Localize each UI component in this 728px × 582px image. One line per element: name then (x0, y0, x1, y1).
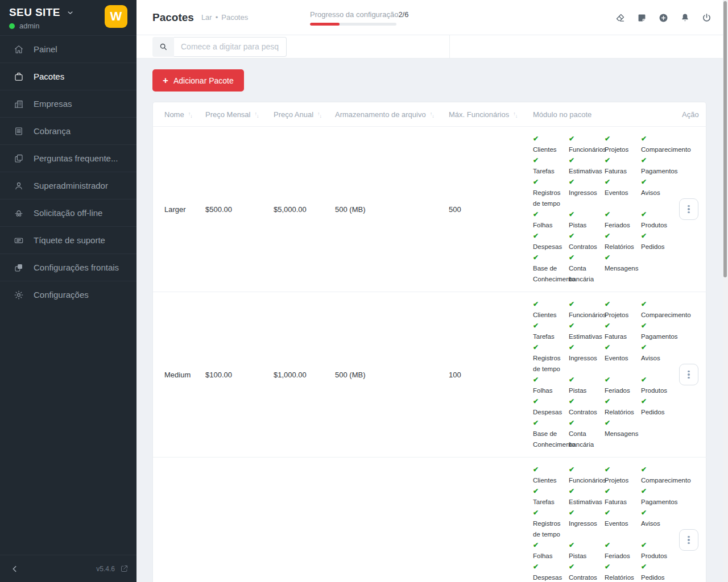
sidebar-item-label: Perguntas frequente... (34, 153, 123, 163)
module-label: Folhas (533, 385, 569, 396)
check-icon: ✔ (533, 396, 569, 407)
check-icon: ✔ (605, 134, 641, 144)
module-item-estimativas: ✔Estimativas (569, 321, 605, 342)
module-item-relatorios: ✔Relatórios (605, 562, 641, 582)
check-icon: ✔ (533, 209, 569, 220)
module-label: Estimativas (569, 166, 605, 177)
online-status-dot (9, 23, 15, 29)
module-label: Produtos (641, 551, 704, 562)
module-label: Produtos (641, 385, 704, 396)
sidebar-item-perguntas-frequente[interactable]: Perguntas frequente... (0, 144, 136, 172)
module-label: Pedidos (641, 242, 704, 252)
check-icon: ✔ (533, 486, 569, 497)
sort-icon[interactable]: ↑↓ (430, 113, 434, 118)
plus-circle-icon[interactable] (658, 13, 669, 23)
chevron-down-icon (66, 9, 75, 17)
module-label: Tarefas (533, 331, 569, 342)
module-item-pedidos: ✔Pedidos (641, 231, 704, 252)
search-toolbar (136, 35, 728, 59)
bell-icon[interactable] (680, 13, 690, 23)
module-label: Despesas (533, 572, 569, 582)
check-icon: ✔ (569, 486, 605, 497)
check-icon: ✔ (605, 418, 641, 429)
module-item-clientes: ✔Clientes (533, 464, 569, 486)
sidebar-item-superadministrador[interactable]: Superadministrador (0, 172, 136, 199)
note-icon[interactable] (636, 13, 647, 23)
app-logo[interactable]: W (105, 5, 127, 28)
module-item-folhas: ✔Folhas (533, 375, 569, 396)
module-label: Eventos (605, 518, 641, 529)
page-scrollbar[interactable] (723, 0, 728, 582)
layers-icon (14, 263, 24, 273)
sort-icon[interactable]: ↑↓ (254, 113, 258, 118)
table-row: ✔Clientes✔Funcionários✔Projetos✔Comparec… (153, 458, 707, 582)
sidebar-item-cobranca[interactable]: Cobrança (0, 117, 136, 144)
column-header-max-funcionarios[interactable]: Máx. Funcionários↑↓ (437, 102, 522, 127)
external-link-icon[interactable] (120, 564, 129, 573)
cell-max-employees (437, 458, 522, 582)
module-label: Folhas (533, 551, 569, 562)
module-label: Folhas (533, 220, 569, 231)
module-label: Conta bancária (569, 263, 605, 285)
check-icon: ✔ (533, 177, 569, 188)
add-package-label: Adicionar Pacote (173, 76, 234, 85)
collapse-sidebar-icon[interactable] (10, 564, 19, 573)
module-label: Clientes (533, 310, 569, 321)
module-item-base-de-conhecimento: ✔Base de Conhecimento (533, 418, 569, 450)
breadcrumb-item-lar[interactable]: Lar (201, 13, 212, 22)
module-item-pagamentos: ✔Pagamentos (641, 321, 704, 342)
module-item-feriados: ✔Feriados (605, 375, 641, 396)
plus-icon: + (163, 76, 168, 85)
check-icon: ✔ (641, 321, 704, 331)
eraser-icon[interactable] (615, 13, 626, 23)
module-label: Avisos (641, 188, 704, 198)
sidebar-item-label: Painel (34, 44, 63, 54)
module-label: Tarefas (533, 166, 569, 177)
table-row: Larger$500.00$5,000.00500 (MB)500✔Client… (153, 127, 707, 292)
check-icon: ✔ (569, 464, 605, 475)
module-item-contratos: ✔Contratos (569, 396, 605, 418)
module-label: Relatórios (605, 242, 641, 252)
column-header-label: Máx. Funcionários (449, 110, 509, 119)
sort-icon[interactable]: ↑↓ (317, 113, 321, 118)
check-icon: ✔ (605, 252, 641, 263)
module-item-feriados: ✔Feriados (605, 209, 641, 231)
add-package-button[interactable]: + Adicionar Pacote (152, 69, 244, 92)
module-label: Pistas (569, 385, 605, 396)
table-header-row: Nome↑↓Preço Mensal↑↓Preço Anual↑↓Armazen… (153, 102, 707, 127)
cell-monthly-price: $100.00 (194, 292, 262, 458)
power-icon[interactable] (701, 13, 712, 23)
module-label: Avisos (641, 518, 704, 529)
sort-icon[interactable]: ↑↓ (513, 113, 517, 118)
sidebar-item-tiquete-de-suporte[interactable]: Tíquete de suporte (0, 226, 136, 253)
check-icon: ✔ (605, 209, 641, 220)
sort-icon[interactable]: ↑↓ (188, 113, 192, 118)
module-item-tarefas: ✔Tarefas (533, 155, 569, 177)
cell-annual-price: $1,000.00 (262, 292, 324, 458)
sidebar-item-configuracoes-frontais[interactable]: Configurações frontais (0, 253, 136, 281)
sidebar-item-configuracoes[interactable]: Configurações (0, 281, 136, 308)
column-header-nome[interactable]: Nome↑↓ (153, 102, 194, 127)
check-icon: ✔ (605, 299, 641, 310)
column-header-preco-anual[interactable]: Preço Anual↑↓ (262, 102, 324, 127)
sidebar-item-empresas[interactable]: Empresas (0, 90, 136, 117)
column-header-armazenamento-de-arquivo[interactable]: Armazenamento de arquivo↑↓ (324, 102, 437, 127)
search-input[interactable] (174, 37, 287, 57)
main-area: Pacotes Lar•Pacotes Progresso da configu… (136, 0, 728, 582)
module-label: Registros de tempo (533, 518, 569, 540)
sidebar-item-pacotes[interactable]: Pacotes (0, 63, 136, 90)
sidebar-item-solicitacao-off-line[interactable]: Solicitação off-line (0, 199, 136, 226)
column-header-preco-mensal[interactable]: Preço Mensal↑↓ (194, 102, 262, 127)
module-item-despesas: ✔Despesas (533, 231, 569, 252)
check-icon: ✔ (533, 464, 569, 475)
page-scrollbar-thumb[interactable] (723, 1, 727, 277)
module-item-pedidos: ✔Pedidos (641, 396, 704, 418)
sidebar-item-painel[interactable]: Painel (0, 35, 136, 63)
module-item-contratos: ✔Contratos (569, 231, 605, 252)
check-icon: ✔ (533, 134, 569, 144)
module-label: Mensagens (605, 429, 641, 439)
module-label: Clientes (533, 144, 569, 155)
module-item-ingressos: ✔Ingressos (569, 508, 605, 540)
module-label: Ingressos (569, 188, 605, 198)
module-item-mensagens: ✔Mensagens (605, 418, 641, 450)
